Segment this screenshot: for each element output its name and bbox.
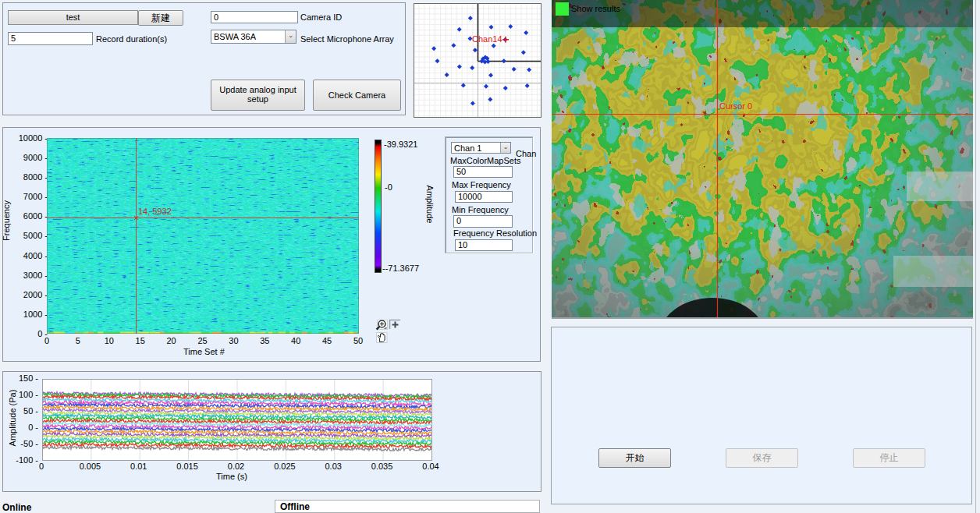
svg-text:Cursor 0: Cursor 0 [719,101,752,111]
svg-text:Chan14: Chan14 [472,34,502,44]
svg-text:14, 5932: 14, 5932 [138,207,172,216]
